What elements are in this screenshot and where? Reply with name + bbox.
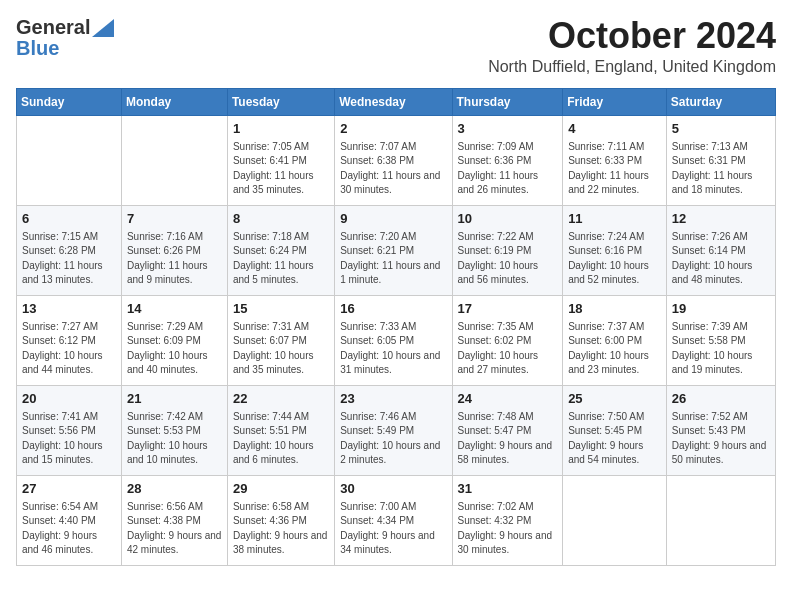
day-number: 31 — [458, 480, 558, 498]
day-number: 13 — [22, 300, 116, 318]
day-number: 20 — [22, 390, 116, 408]
day-info: Sunrise: 7:48 AMSunset: 5:47 PMDaylight:… — [458, 410, 558, 468]
calendar-week-row: 6Sunrise: 7:15 AMSunset: 6:28 PMDaylight… — [17, 205, 776, 295]
day-number: 22 — [233, 390, 329, 408]
header-day: Saturday — [666, 88, 775, 115]
calendar-cell: 22Sunrise: 7:44 AMSunset: 5:51 PMDayligh… — [227, 385, 334, 475]
logo-text-blue: Blue — [16, 37, 59, 60]
day-info: Sunrise: 7:22 AMSunset: 6:19 PMDaylight:… — [458, 230, 558, 288]
day-number: 1 — [233, 120, 329, 138]
day-number: 11 — [568, 210, 661, 228]
day-number: 21 — [127, 390, 222, 408]
header-day: Tuesday — [227, 88, 334, 115]
day-number: 18 — [568, 300, 661, 318]
calendar-cell: 27Sunrise: 6:54 AMSunset: 4:40 PMDayligh… — [17, 475, 122, 565]
day-info: Sunrise: 7:37 AMSunset: 6:00 PMDaylight:… — [568, 320, 661, 378]
calendar-cell — [666, 475, 775, 565]
day-number: 9 — [340, 210, 446, 228]
day-number: 2 — [340, 120, 446, 138]
day-number: 3 — [458, 120, 558, 138]
calendar-cell — [563, 475, 667, 565]
day-info: Sunrise: 7:13 AMSunset: 6:31 PMDaylight:… — [672, 140, 770, 198]
day-number: 30 — [340, 480, 446, 498]
header-row: SundayMondayTuesdayWednesdayThursdayFrid… — [17, 88, 776, 115]
day-info: Sunrise: 7:39 AMSunset: 5:58 PMDaylight:… — [672, 320, 770, 378]
day-number: 8 — [233, 210, 329, 228]
day-number: 29 — [233, 480, 329, 498]
calendar-cell: 24Sunrise: 7:48 AMSunset: 5:47 PMDayligh… — [452, 385, 563, 475]
calendar-cell: 19Sunrise: 7:39 AMSunset: 5:58 PMDayligh… — [666, 295, 775, 385]
calendar-week-row: 27Sunrise: 6:54 AMSunset: 4:40 PMDayligh… — [17, 475, 776, 565]
day-info: Sunrise: 7:00 AMSunset: 4:34 PMDaylight:… — [340, 500, 446, 558]
day-info: Sunrise: 7:15 AMSunset: 6:28 PMDaylight:… — [22, 230, 116, 288]
day-info: Sunrise: 7:11 AMSunset: 6:33 PMDaylight:… — [568, 140, 661, 198]
calendar-cell: 29Sunrise: 6:58 AMSunset: 4:36 PMDayligh… — [227, 475, 334, 565]
calendar-week-row: 13Sunrise: 7:27 AMSunset: 6:12 PMDayligh… — [17, 295, 776, 385]
day-number: 27 — [22, 480, 116, 498]
day-number: 16 — [340, 300, 446, 318]
day-info: Sunrise: 7:52 AMSunset: 5:43 PMDaylight:… — [672, 410, 770, 468]
day-number: 7 — [127, 210, 222, 228]
day-info: Sunrise: 7:09 AMSunset: 6:36 PMDaylight:… — [458, 140, 558, 198]
logo-icon — [92, 19, 114, 37]
day-info: Sunrise: 6:56 AMSunset: 4:38 PMDaylight:… — [127, 500, 222, 558]
header-day: Wednesday — [335, 88, 452, 115]
day-info: Sunrise: 7:41 AMSunset: 5:56 PMDaylight:… — [22, 410, 116, 468]
calendar-cell: 23Sunrise: 7:46 AMSunset: 5:49 PMDayligh… — [335, 385, 452, 475]
month-title: October 2024 — [488, 16, 776, 56]
calendar-cell: 1Sunrise: 7:05 AMSunset: 6:41 PMDaylight… — [227, 115, 334, 205]
day-info: Sunrise: 7:35 AMSunset: 6:02 PMDaylight:… — [458, 320, 558, 378]
day-info: Sunrise: 7:26 AMSunset: 6:14 PMDaylight:… — [672, 230, 770, 288]
day-info: Sunrise: 7:33 AMSunset: 6:05 PMDaylight:… — [340, 320, 446, 378]
day-number: 19 — [672, 300, 770, 318]
day-info: Sunrise: 7:27 AMSunset: 6:12 PMDaylight:… — [22, 320, 116, 378]
calendar-cell — [121, 115, 227, 205]
day-number: 26 — [672, 390, 770, 408]
calendar-cell: 18Sunrise: 7:37 AMSunset: 6:00 PMDayligh… — [563, 295, 667, 385]
day-number: 5 — [672, 120, 770, 138]
header-day: Friday — [563, 88, 667, 115]
calendar-week-row: 20Sunrise: 7:41 AMSunset: 5:56 PMDayligh… — [17, 385, 776, 475]
day-number: 4 — [568, 120, 661, 138]
calendar-cell: 12Sunrise: 7:26 AMSunset: 6:14 PMDayligh… — [666, 205, 775, 295]
day-info: Sunrise: 7:29 AMSunset: 6:09 PMDaylight:… — [127, 320, 222, 378]
calendar-cell: 16Sunrise: 7:33 AMSunset: 6:05 PMDayligh… — [335, 295, 452, 385]
header-day: Sunday — [17, 88, 122, 115]
calendar-cell: 4Sunrise: 7:11 AMSunset: 6:33 PMDaylight… — [563, 115, 667, 205]
day-info: Sunrise: 7:02 AMSunset: 4:32 PMDaylight:… — [458, 500, 558, 558]
header-day: Thursday — [452, 88, 563, 115]
calendar-cell: 5Sunrise: 7:13 AMSunset: 6:31 PMDaylight… — [666, 115, 775, 205]
day-number: 24 — [458, 390, 558, 408]
day-info: Sunrise: 7:07 AMSunset: 6:38 PMDaylight:… — [340, 140, 446, 198]
calendar-cell: 28Sunrise: 6:56 AMSunset: 4:38 PMDayligh… — [121, 475, 227, 565]
calendar-cell: 21Sunrise: 7:42 AMSunset: 5:53 PMDayligh… — [121, 385, 227, 475]
calendar-cell: 26Sunrise: 7:52 AMSunset: 5:43 PMDayligh… — [666, 385, 775, 475]
calendar-cell: 25Sunrise: 7:50 AMSunset: 5:45 PMDayligh… — [563, 385, 667, 475]
day-number: 12 — [672, 210, 770, 228]
day-info: Sunrise: 6:54 AMSunset: 4:40 PMDaylight:… — [22, 500, 116, 558]
calendar-body: 1Sunrise: 7:05 AMSunset: 6:41 PMDaylight… — [17, 115, 776, 565]
day-number: 28 — [127, 480, 222, 498]
calendar-week-row: 1Sunrise: 7:05 AMSunset: 6:41 PMDaylight… — [17, 115, 776, 205]
calendar-cell: 8Sunrise: 7:18 AMSunset: 6:24 PMDaylight… — [227, 205, 334, 295]
day-info: Sunrise: 7:16 AMSunset: 6:26 PMDaylight:… — [127, 230, 222, 288]
day-number: 25 — [568, 390, 661, 408]
day-info: Sunrise: 7:31 AMSunset: 6:07 PMDaylight:… — [233, 320, 329, 378]
calendar-cell: 9Sunrise: 7:20 AMSunset: 6:21 PMDaylight… — [335, 205, 452, 295]
calendar-table: SundayMondayTuesdayWednesdayThursdayFrid… — [16, 88, 776, 566]
calendar-header: SundayMondayTuesdayWednesdayThursdayFrid… — [17, 88, 776, 115]
day-number: 23 — [340, 390, 446, 408]
calendar-cell: 10Sunrise: 7:22 AMSunset: 6:19 PMDayligh… — [452, 205, 563, 295]
header: General Blue October 2024 North Duffield… — [16, 16, 776, 76]
day-number: 6 — [22, 210, 116, 228]
calendar-cell: 30Sunrise: 7:00 AMSunset: 4:34 PMDayligh… — [335, 475, 452, 565]
day-info: Sunrise: 7:50 AMSunset: 5:45 PMDaylight:… — [568, 410, 661, 468]
day-number: 17 — [458, 300, 558, 318]
day-number: 14 — [127, 300, 222, 318]
day-info: Sunrise: 7:46 AMSunset: 5:49 PMDaylight:… — [340, 410, 446, 468]
day-number: 10 — [458, 210, 558, 228]
calendar-cell: 7Sunrise: 7:16 AMSunset: 6:26 PMDaylight… — [121, 205, 227, 295]
header-day: Monday — [121, 88, 227, 115]
day-info: Sunrise: 6:58 AMSunset: 4:36 PMDaylight:… — [233, 500, 329, 558]
calendar-cell: 14Sunrise: 7:29 AMSunset: 6:09 PMDayligh… — [121, 295, 227, 385]
